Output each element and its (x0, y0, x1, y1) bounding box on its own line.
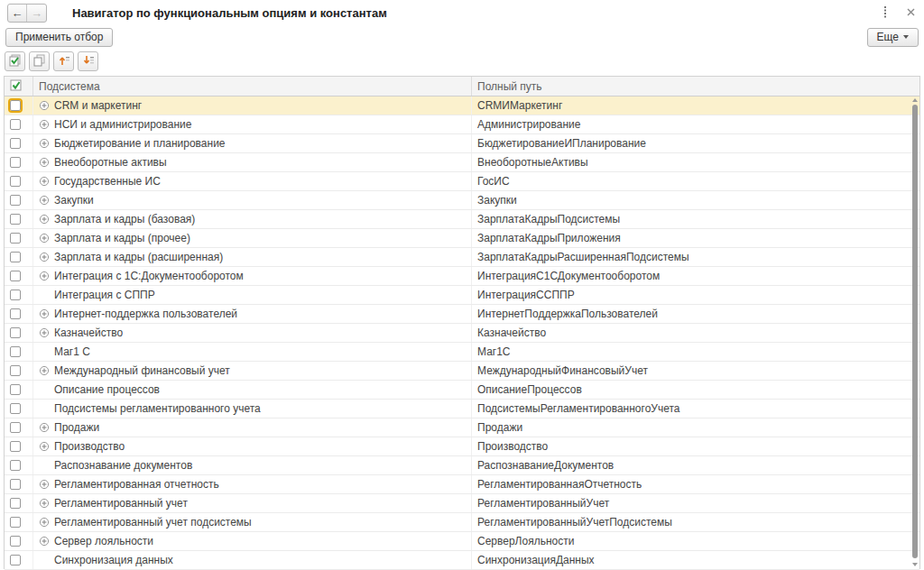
expand-icon[interactable] (39, 365, 50, 376)
row-checkbox[interactable] (10, 479, 21, 490)
more-button[interactable]: Еще (867, 28, 919, 47)
row-subsystem-cell[interactable]: Интеграция с СППР (33, 286, 472, 304)
select-all-header[interactable] (5, 77, 33, 96)
row-path-cell[interactable]: ЗарплатаКадрыРасширеннаяПодсистемы (472, 248, 919, 266)
expand-icon[interactable] (39, 157, 50, 168)
expand-icon[interactable] (39, 100, 50, 111)
row-path-cell[interactable]: БюджетированиеИПланирование (472, 134, 919, 152)
row-checkbox[interactable] (10, 252, 21, 262)
expand-icon[interactable] (39, 233, 50, 244)
expand-icon[interactable] (39, 252, 50, 262)
row-subsystem-cell[interactable]: Казначейство (33, 324, 472, 342)
expand-icon[interactable] (39, 346, 50, 357)
table-row[interactable]: Сервер лояльности СерверЛояльности (5, 532, 919, 551)
row-path-cell[interactable]: РегламентированныйУчет (472, 494, 919, 512)
row-path-cell[interactable]: Администрирование (472, 115, 919, 133)
row-subsystem-cell[interactable]: Продажи (33, 418, 472, 437)
row-checkbox[interactable] (10, 176, 21, 187)
table-row[interactable]: Бюджетирование и планирование Бюджетиров… (5, 134, 919, 153)
row-checkbox[interactable] (10, 536, 21, 547)
table-row[interactable]: Продажи Продажи (5, 418, 919, 437)
row-checkbox[interactable] (10, 403, 21, 414)
table-row[interactable]: Государственные ИС ГосИС (5, 172, 919, 191)
table-row[interactable]: Синхронизация данных СинхронизацияДанных (5, 551, 919, 570)
row-subsystem-cell[interactable]: Производство (33, 437, 472, 455)
row-checkbox[interactable] (10, 214, 21, 225)
row-checkbox[interactable] (10, 346, 21, 357)
row-path-cell[interactable]: РегламентированнаяОтчетность (472, 475, 919, 493)
row-subsystem-cell[interactable]: Регламентированный учет (33, 494, 472, 512)
row-checkbox[interactable] (10, 100, 21, 111)
row-path-cell[interactable]: РегламентированныйУчетПодсистемы (472, 513, 919, 531)
collapse-all-button[interactable] (53, 51, 74, 71)
table-row[interactable]: Маг1 С Маг1С (5, 343, 919, 362)
row-path-cell[interactable]: ГосИС (472, 172, 919, 190)
expand-icon[interactable] (39, 517, 50, 528)
table-row[interactable]: Зарплата и кадры (базовая) ЗарплатаКадры… (5, 210, 919, 229)
uncheck-all-button[interactable] (29, 51, 50, 71)
table-row[interactable]: Интеграция с СППР ИнтеграцияССППР (5, 286, 919, 305)
row-path-cell[interactable]: ОписаниеПроцессов (472, 381, 919, 399)
row-path-cell[interactable]: Казначейство (472, 324, 919, 342)
row-subsystem-cell[interactable]: Зарплата и кадры (прочее) (33, 229, 472, 247)
expand-icon[interactable] (39, 327, 50, 338)
table-row[interactable]: Описание процессов ОписаниеПроцессов (5, 381, 919, 400)
row-checkbox[interactable] (10, 555, 21, 565)
table-row[interactable]: Подсистемы регламентированного учета Под… (5, 400, 919, 418)
row-checkbox[interactable] (10, 157, 21, 168)
row-path-cell[interactable]: Производство (472, 437, 919, 455)
table-row[interactable]: Зарплата и кадры (прочее) ЗарплатаКадрыП… (5, 229, 919, 248)
row-checkbox[interactable] (10, 138, 21, 149)
check-all-button[interactable] (5, 51, 25, 71)
scroll-up-icon[interactable] (912, 98, 918, 102)
row-subsystem-cell[interactable]: Закупки (33, 191, 472, 209)
row-subsystem-cell[interactable]: Синхронизация данных (33, 551, 472, 569)
expand-icon[interactable] (39, 214, 50, 225)
row-path-cell[interactable]: Маг1С (472, 343, 919, 361)
row-subsystem-cell[interactable]: CRM и маркетинг (33, 97, 472, 115)
expand-icon[interactable] (39, 138, 50, 149)
row-checkbox[interactable] (10, 195, 21, 206)
row-path-cell[interactable]: ИнтернетПоддержкаПользователей (472, 305, 919, 323)
row-subsystem-cell[interactable]: Распознавание документов (33, 456, 472, 474)
row-subsystem-cell[interactable]: Международный финансовый учет (33, 362, 472, 380)
table-row[interactable]: Производство Производство (5, 437, 919, 456)
row-path-cell[interactable]: ВнеоборотныеАктивы (472, 153, 919, 171)
row-checkbox[interactable] (10, 327, 21, 338)
expand-icon[interactable] (39, 479, 50, 490)
expand-icon[interactable] (39, 308, 50, 319)
table-row[interactable]: Интернет-поддержка пользователей Интерне… (5, 305, 919, 324)
table-row[interactable]: Международный финансовый учет Международ… (5, 362, 919, 381)
row-checkbox[interactable] (10, 384, 21, 395)
row-path-cell[interactable]: ЗарплатаКадрыПриложения (472, 229, 919, 247)
row-path-cell[interactable]: РаспознаваниеДокументов (472, 456, 919, 474)
row-checkbox[interactable] (10, 365, 21, 376)
row-checkbox[interactable] (10, 119, 21, 130)
table-row[interactable]: Регламентированная отчетность Регламенти… (5, 475, 919, 494)
expand-icon[interactable] (39, 384, 50, 395)
row-subsystem-cell[interactable]: Регламентированный учет подсистемы (33, 513, 472, 531)
table-row[interactable]: Внеоборотные активы ВнеоборотныеАктивы (5, 153, 919, 172)
row-path-cell[interactable]: ЗарплатаКадрыПодсистемы (472, 210, 919, 228)
row-path-cell[interactable]: СинхронизацияДанных (472, 551, 919, 569)
row-path-cell[interactable]: CRMИМаркетинг (472, 97, 919, 115)
scrollbar-thumb[interactable] (912, 105, 918, 558)
expand-icon[interactable] (39, 555, 50, 565)
expand-icon[interactable] (39, 460, 50, 471)
row-checkbox[interactable] (10, 271, 21, 281)
column-header-full-path[interactable]: Полный путь (472, 77, 919, 96)
row-checkbox[interactable] (10, 517, 21, 528)
table-row[interactable]: Распознавание документов РаспознаваниеДо… (5, 456, 919, 475)
close-icon[interactable] (907, 8, 915, 18)
table-row[interactable]: Интеграция с 1С:Документооборотом Интегр… (5, 267, 919, 286)
table-row[interactable]: Регламентированный учет Регламентированн… (5, 494, 919, 513)
expand-icon[interactable] (39, 403, 50, 414)
row-subsystem-cell[interactable]: Интеграция с 1С:Документооборотом (33, 267, 472, 285)
expand-icon[interactable] (39, 195, 50, 206)
apply-filter-button[interactable]: Применить отбор (5, 28, 113, 47)
expand-icon[interactable] (39, 422, 50, 433)
table-row[interactable]: Зарплата и кадры (расширенная) ЗарплатаК… (5, 248, 919, 267)
row-checkbox[interactable] (10, 441, 21, 452)
row-path-cell[interactable]: СерверЛояльности (472, 532, 919, 550)
table-row[interactable]: Регламентированный учет подсистемы Регла… (5, 513, 919, 532)
